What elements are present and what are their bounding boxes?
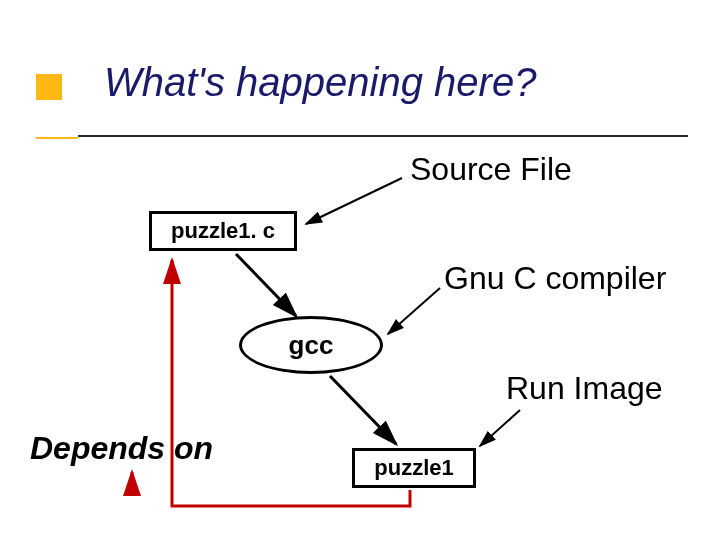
svg-line-3 <box>330 376 396 444</box>
node-puzzle1: puzzle1 <box>352 448 476 488</box>
title-bullet-icon <box>36 74 62 100</box>
svg-line-1 <box>236 254 296 316</box>
title-underline-accent <box>36 137 78 139</box>
title-underline <box>78 135 688 137</box>
svg-line-4 <box>480 410 520 446</box>
label-gnu-compiler: Gnu C compiler <box>444 260 666 297</box>
node-puzzle1c-text: puzzle1. c <box>171 218 275 244</box>
node-gcc-text: gcc <box>289 330 334 361</box>
svg-line-2 <box>388 288 440 334</box>
node-gcc: gcc <box>239 316 383 374</box>
label-run-image: Run Image <box>506 370 663 407</box>
label-depends-on: Depends on <box>30 430 213 467</box>
slide-title: What's happening here? <box>104 60 536 105</box>
node-puzzle1c: puzzle1. c <box>149 211 297 251</box>
node-puzzle1-text: puzzle1 <box>374 455 453 481</box>
svg-line-0 <box>306 178 402 224</box>
label-source-file: Source File <box>410 151 572 188</box>
